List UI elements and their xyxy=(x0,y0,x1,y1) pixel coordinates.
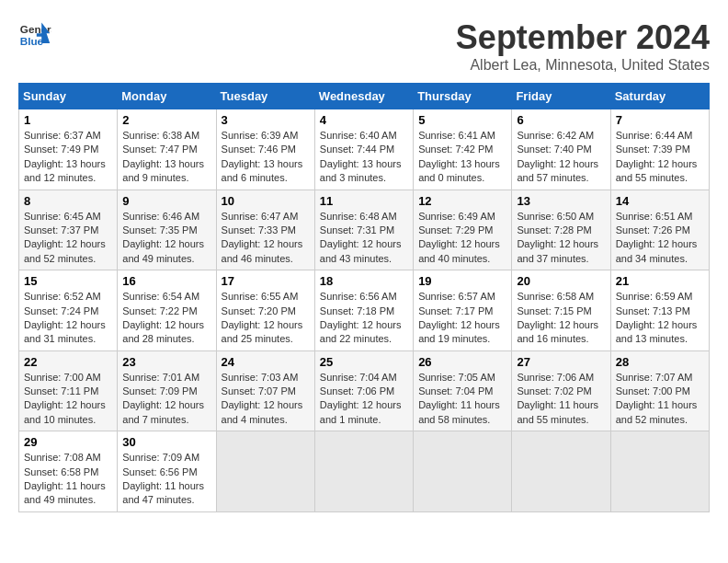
day-number: 15 xyxy=(24,274,112,288)
calendar-cell: 23Sunrise: 7:01 AM Sunset: 7:09 PM Dayli… xyxy=(118,350,216,431)
day-number: 7 xyxy=(616,113,704,127)
calendar-header-friday: Friday xyxy=(512,84,610,109)
day-info: Sunrise: 6:38 AM Sunset: 7:47 PM Dayligh… xyxy=(122,129,210,186)
calendar-week-row: 8Sunrise: 6:45 AM Sunset: 7:37 PM Daylig… xyxy=(19,190,710,270)
calendar-cell: 20Sunrise: 6:58 AM Sunset: 7:15 PM Dayli… xyxy=(512,270,610,351)
calendar-cell: 11Sunrise: 6:48 AM Sunset: 7:31 PM Dayli… xyxy=(314,190,413,270)
calendar-cell: 8Sunrise: 6:45 AM Sunset: 7:37 PM Daylig… xyxy=(19,190,118,270)
calendar-cell: 21Sunrise: 6:59 AM Sunset: 7:13 PM Dayli… xyxy=(610,270,709,351)
day-number: 21 xyxy=(616,274,704,288)
day-number: 18 xyxy=(320,274,408,288)
day-info: Sunrise: 6:39 AM Sunset: 7:46 PM Dayligh… xyxy=(222,129,310,186)
day-number: 25 xyxy=(320,355,408,369)
calendar-cell: 26Sunrise: 7:05 AM Sunset: 7:04 PM Dayli… xyxy=(414,350,512,431)
day-info: Sunrise: 6:52 AM Sunset: 7:24 PM Dayligh… xyxy=(24,290,112,347)
calendar-cell: 14Sunrise: 6:51 AM Sunset: 7:26 PM Dayli… xyxy=(610,190,709,270)
calendar-cell: 6Sunrise: 6:42 AM Sunset: 7:40 PM Daylig… xyxy=(512,109,610,190)
day-number: 3 xyxy=(222,113,310,127)
calendar-cell xyxy=(314,431,413,512)
day-number: 28 xyxy=(616,355,704,369)
calendar-header-sunday: Sunday xyxy=(19,84,118,109)
title-block: September 2024 Albert Lea, Minnesota, Un… xyxy=(456,18,710,74)
day-number: 20 xyxy=(517,274,605,288)
month-title: September 2024 xyxy=(456,18,710,57)
calendar-header-wednesday: Wednesday xyxy=(314,84,413,109)
day-number: 16 xyxy=(122,274,210,288)
day-info: Sunrise: 6:51 AM Sunset: 7:26 PM Dayligh… xyxy=(616,210,704,267)
page-header: General Blue September 2024 Albert Lea, … xyxy=(18,18,710,74)
day-number: 27 xyxy=(517,355,605,369)
calendar-cell: 28Sunrise: 7:07 AM Sunset: 7:00 PM Dayli… xyxy=(610,350,709,431)
day-info: Sunrise: 7:00 AM Sunset: 7:11 PM Dayligh… xyxy=(24,371,112,428)
day-info: Sunrise: 7:04 AM Sunset: 7:06 PM Dayligh… xyxy=(320,371,408,428)
day-info: Sunrise: 6:46 AM Sunset: 7:35 PM Dayligh… xyxy=(122,210,210,267)
calendar-body: 1Sunrise: 6:37 AM Sunset: 7:49 PM Daylig… xyxy=(19,109,710,512)
day-info: Sunrise: 6:49 AM Sunset: 7:29 PM Dayligh… xyxy=(418,210,506,267)
calendar-week-row: 22Sunrise: 7:00 AM Sunset: 7:11 PM Dayli… xyxy=(19,350,710,431)
calendar-header-saturday: Saturday xyxy=(610,84,709,109)
day-info: Sunrise: 6:59 AM Sunset: 7:13 PM Dayligh… xyxy=(616,290,704,347)
calendar-cell xyxy=(414,431,512,512)
day-number: 14 xyxy=(616,194,704,208)
calendar-header-row: SundayMondayTuesdayWednesdayThursdayFrid… xyxy=(19,84,710,109)
day-number: 6 xyxy=(517,113,605,127)
location: Albert Lea, Minnesota, United States xyxy=(456,57,710,74)
day-info: Sunrise: 6:54 AM Sunset: 7:22 PM Dayligh… xyxy=(122,290,210,347)
calendar-cell: 5Sunrise: 6:41 AM Sunset: 7:42 PM Daylig… xyxy=(414,109,512,190)
day-info: Sunrise: 6:42 AM Sunset: 7:40 PM Dayligh… xyxy=(517,129,605,186)
day-number: 13 xyxy=(517,194,605,208)
day-info: Sunrise: 7:03 AM Sunset: 7:07 PM Dayligh… xyxy=(222,371,310,428)
day-info: Sunrise: 7:01 AM Sunset: 7:09 PM Dayligh… xyxy=(122,371,210,428)
day-number: 23 xyxy=(122,355,210,369)
calendar-table: SundayMondayTuesdayWednesdayThursdayFrid… xyxy=(18,83,710,512)
calendar-header-monday: Monday xyxy=(118,84,216,109)
day-info: Sunrise: 6:48 AM Sunset: 7:31 PM Dayligh… xyxy=(320,210,408,267)
day-info: Sunrise: 6:58 AM Sunset: 7:15 PM Dayligh… xyxy=(517,290,605,347)
day-info: Sunrise: 6:56 AM Sunset: 7:18 PM Dayligh… xyxy=(320,290,408,347)
day-number: 26 xyxy=(418,355,506,369)
calendar-cell: 27Sunrise: 7:06 AM Sunset: 7:02 PM Dayli… xyxy=(512,350,610,431)
day-info: Sunrise: 6:50 AM Sunset: 7:28 PM Dayligh… xyxy=(517,210,605,267)
day-info: Sunrise: 6:55 AM Sunset: 7:20 PM Dayligh… xyxy=(222,290,310,347)
calendar-cell: 12Sunrise: 6:49 AM Sunset: 7:29 PM Dayli… xyxy=(414,190,512,270)
calendar-cell: 25Sunrise: 7:04 AM Sunset: 7:06 PM Dayli… xyxy=(314,350,413,431)
day-info: Sunrise: 6:37 AM Sunset: 7:49 PM Dayligh… xyxy=(24,129,112,186)
calendar-week-row: 1Sunrise: 6:37 AM Sunset: 7:49 PM Daylig… xyxy=(19,109,710,190)
day-number: 30 xyxy=(122,435,210,449)
day-number: 11 xyxy=(320,194,408,208)
day-number: 29 xyxy=(24,435,112,449)
calendar-cell: 24Sunrise: 7:03 AM Sunset: 7:07 PM Dayli… xyxy=(216,350,314,431)
day-number: 12 xyxy=(418,194,506,208)
calendar-cell: 3Sunrise: 6:39 AM Sunset: 7:46 PM Daylig… xyxy=(216,109,314,190)
calendar-cell: 9Sunrise: 6:46 AM Sunset: 7:35 PM Daylig… xyxy=(118,190,216,270)
calendar-cell: 18Sunrise: 6:56 AM Sunset: 7:18 PM Dayli… xyxy=(314,270,413,351)
calendar-cell: 7Sunrise: 6:44 AM Sunset: 7:39 PM Daylig… xyxy=(610,109,709,190)
calendar-cell: 19Sunrise: 6:57 AM Sunset: 7:17 PM Dayli… xyxy=(414,270,512,351)
day-number: 5 xyxy=(418,113,506,127)
day-number: 22 xyxy=(24,355,112,369)
day-number: 4 xyxy=(320,113,408,127)
calendar-week-row: 15Sunrise: 6:52 AM Sunset: 7:24 PM Dayli… xyxy=(19,270,710,351)
calendar-cell xyxy=(216,431,314,512)
calendar-cell: 2Sunrise: 6:38 AM Sunset: 7:47 PM Daylig… xyxy=(118,109,216,190)
day-number: 1 xyxy=(24,113,112,127)
calendar-header-thursday: Thursday xyxy=(414,84,512,109)
day-number: 9 xyxy=(122,194,210,208)
calendar-cell: 16Sunrise: 6:54 AM Sunset: 7:22 PM Dayli… xyxy=(118,270,216,351)
calendar-cell: 15Sunrise: 6:52 AM Sunset: 7:24 PM Dayli… xyxy=(19,270,118,351)
logo-icon: General Blue xyxy=(18,18,51,52)
calendar-cell: 4Sunrise: 6:40 AM Sunset: 7:44 PM Daylig… xyxy=(314,109,413,190)
calendar-cell: 17Sunrise: 6:55 AM Sunset: 7:20 PM Dayli… xyxy=(216,270,314,351)
day-info: Sunrise: 7:06 AM Sunset: 7:02 PM Dayligh… xyxy=(517,371,605,428)
day-number: 19 xyxy=(418,274,506,288)
logo: General Blue xyxy=(18,18,51,52)
day-info: Sunrise: 6:40 AM Sunset: 7:44 PM Dayligh… xyxy=(320,129,408,186)
calendar-cell: 22Sunrise: 7:00 AM Sunset: 7:11 PM Dayli… xyxy=(19,350,118,431)
calendar-cell: 29Sunrise: 7:08 AM Sunset: 6:58 PM Dayli… xyxy=(19,431,118,512)
calendar-cell: 1Sunrise: 6:37 AM Sunset: 7:49 PM Daylig… xyxy=(19,109,118,190)
day-info: Sunrise: 6:45 AM Sunset: 7:37 PM Dayligh… xyxy=(24,210,112,267)
day-info: Sunrise: 7:09 AM Sunset: 6:56 PM Dayligh… xyxy=(122,451,210,508)
calendar-week-row: 29Sunrise: 7:08 AM Sunset: 6:58 PM Dayli… xyxy=(19,431,710,512)
day-info: Sunrise: 6:57 AM Sunset: 7:17 PM Dayligh… xyxy=(418,290,506,347)
day-info: Sunrise: 6:44 AM Sunset: 7:39 PM Dayligh… xyxy=(616,129,704,186)
